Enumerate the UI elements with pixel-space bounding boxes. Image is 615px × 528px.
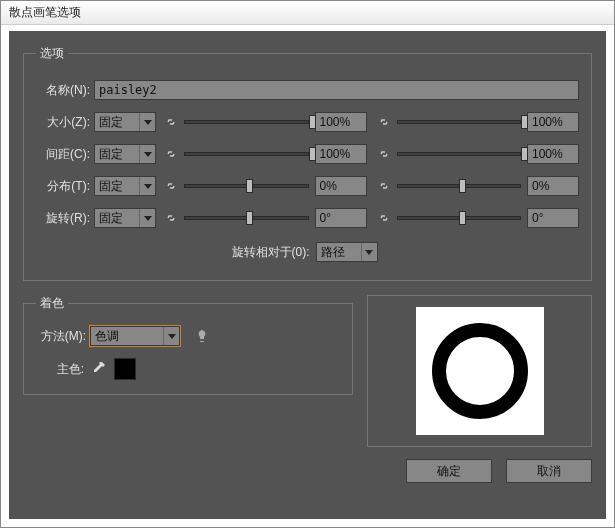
- link-icon[interactable]: [162, 177, 180, 195]
- link-icon[interactable]: [162, 145, 180, 163]
- options-legend: 选项: [36, 45, 68, 62]
- window-title: 散点画笔选项: [1, 1, 614, 25]
- key-color-label: 主色:: [36, 361, 84, 378]
- link-icon[interactable]: [375, 145, 393, 163]
- brush-preview: [367, 295, 592, 447]
- option-slider-1[interactable]: [184, 113, 309, 131]
- option-row: 分布(T):固定: [36, 172, 579, 200]
- option-value-2[interactable]: [527, 144, 579, 164]
- ok-button[interactable]: 确定: [406, 459, 492, 483]
- cancel-button[interactable]: 取消: [506, 459, 592, 483]
- preview-shape: [432, 323, 528, 419]
- option-slider-2[interactable]: [397, 209, 522, 227]
- option-mode-dropdown[interactable]: 固定: [94, 112, 156, 132]
- rotation-relative-dropdown[interactable]: 路径: [316, 242, 378, 262]
- name-label: 名称(N):: [36, 82, 94, 99]
- options-group: 选项 名称(N): 大小(Z):固定间距(C):固定分布(T):固定旋转(R):…: [23, 45, 592, 281]
- option-value-1[interactable]: [315, 144, 367, 164]
- option-slider-1[interactable]: [184, 177, 309, 195]
- link-icon[interactable]: [162, 113, 180, 131]
- option-value-1[interactable]: [315, 176, 367, 196]
- chevron-down-icon: [163, 327, 179, 345]
- option-slider-2[interactable]: [397, 113, 522, 131]
- chevron-down-icon: [139, 209, 155, 227]
- option-label: 分布(T):: [36, 178, 94, 195]
- option-label: 间距(C):: [36, 146, 94, 163]
- colorization-legend: 着色: [36, 295, 68, 312]
- option-mode-dropdown[interactable]: 固定: [94, 144, 156, 164]
- option-row: 旋转(R):固定: [36, 204, 579, 232]
- option-label: 旋转(R):: [36, 210, 94, 227]
- tips-icon[interactable]: [194, 328, 210, 344]
- rotation-relative-label: 旋转相对于(0):: [232, 244, 310, 261]
- link-icon[interactable]: [375, 209, 393, 227]
- chevron-down-icon: [361, 243, 377, 261]
- chevron-down-icon: [139, 113, 155, 131]
- link-icon[interactable]: [375, 177, 393, 195]
- option-slider-2[interactable]: [397, 145, 522, 163]
- name-input[interactable]: [94, 80, 579, 100]
- option-row: 大小(Z):固定: [36, 108, 579, 136]
- option-value-1[interactable]: [315, 208, 367, 228]
- option-mode-dropdown[interactable]: 固定: [94, 208, 156, 228]
- method-label: 方法(M):: [36, 328, 90, 345]
- key-color-swatch[interactable]: [114, 358, 136, 380]
- chevron-down-icon: [139, 177, 155, 195]
- chevron-down-icon: [139, 145, 155, 163]
- option-slider-1[interactable]: [184, 209, 309, 227]
- option-mode-dropdown[interactable]: 固定: [94, 176, 156, 196]
- option-label: 大小(Z):: [36, 114, 94, 131]
- option-value-2[interactable]: [527, 176, 579, 196]
- colorization-group: 着色 方法(M): 色调 主色:: [23, 295, 353, 395]
- option-value-2[interactable]: [527, 208, 579, 228]
- option-slider-2[interactable]: [397, 177, 522, 195]
- option-row: 间距(C):固定: [36, 140, 579, 168]
- option-value-1[interactable]: [315, 112, 367, 132]
- eyedropper-icon[interactable]: [90, 360, 108, 378]
- option-value-2[interactable]: [527, 112, 579, 132]
- option-slider-1[interactable]: [184, 145, 309, 163]
- link-icon[interactable]: [162, 209, 180, 227]
- method-dropdown[interactable]: 色调: [90, 326, 180, 346]
- link-icon[interactable]: [375, 113, 393, 131]
